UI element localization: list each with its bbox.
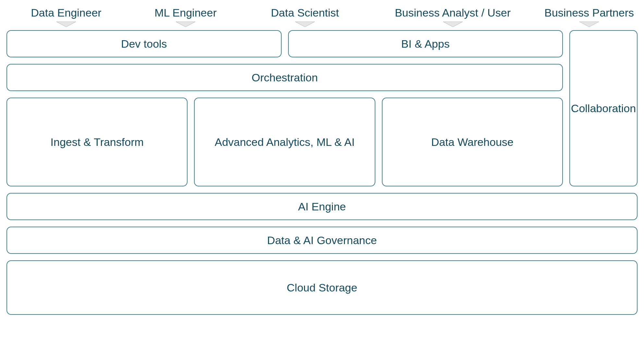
role-data-scientist: Data Scientist <box>245 6 365 28</box>
box-governance: Data & AI Governance <box>6 227 638 254</box>
role-label: Data Engineer <box>31 6 101 19</box>
svg-marker-4 <box>579 22 599 27</box>
chevron-down-icon <box>443 21 463 28</box>
role-data-engineer: Data Engineer <box>6 6 126 28</box>
mid-three-row: Ingest & Transform Advanced Analytics, M… <box>6 98 563 186</box>
left-stack: Dev tools BI & Apps Orchestration Ingest… <box>6 30 563 186</box>
role-label: Data Scientist <box>271 6 339 19</box>
role-ml-engineer: ML Engineer <box>126 6 245 28</box>
box-bi-apps: BI & Apps <box>288 30 563 57</box>
layers-grid: Dev tools BI & Apps Orchestration Ingest… <box>6 30 638 315</box>
svg-marker-1 <box>176 22 195 27</box>
box-ingest-transform: Ingest & Transform <box>6 98 188 186</box>
roles-row: Data Engineer ML Engineer Data Scientist… <box>6 6 638 28</box>
box-ai-engine: AI Engine <box>6 193 638 220</box>
chevron-down-icon <box>56 21 76 28</box>
role-label: Business Analyst / User <box>395 6 511 19</box>
box-collaboration: Collaboration <box>569 30 638 186</box>
box-advanced-analytics: Advanced Analytics, ML & AI <box>194 98 375 186</box>
box-data-warehouse: Data Warehouse <box>382 98 563 186</box>
chevron-down-icon <box>176 21 195 28</box>
box-cloud-storage: Cloud Storage <box>6 260 638 315</box>
role-business-partners: Business Partners <box>541 6 638 28</box>
box-dev-tools: Dev tools <box>6 30 282 57</box>
top-tools-row: Dev tools BI & Apps <box>6 30 563 57</box>
role-label: Business Partners <box>544 6 634 19</box>
role-label: ML Engineer <box>154 6 217 19</box>
upper-row: Dev tools BI & Apps Orchestration Ingest… <box>6 30 638 186</box>
svg-marker-2 <box>295 22 315 27</box>
chevron-down-icon <box>579 21 599 28</box>
svg-marker-0 <box>56 22 76 27</box>
box-orchestration: Orchestration <box>6 64 563 91</box>
svg-marker-3 <box>443 22 463 27</box>
role-business-analyst: Business Analyst / User <box>365 6 541 28</box>
architecture-diagram: Data Engineer ML Engineer Data Scientist… <box>6 6 638 315</box>
chevron-down-icon <box>295 21 315 28</box>
